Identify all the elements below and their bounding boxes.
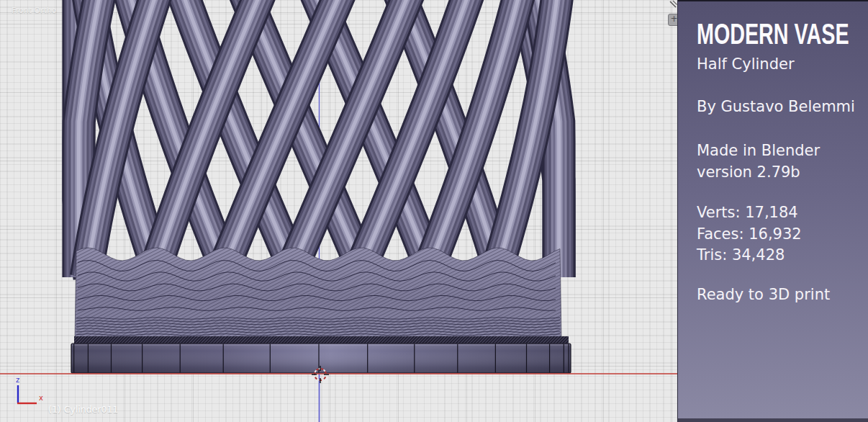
panel-bottom-strip [678, 418, 868, 422]
made-in-line2: version 2.79b [697, 161, 820, 183]
made-in-line1: Made in Blender [697, 140, 820, 161]
panel-subtitle: Half Cylinder [697, 55, 795, 73]
blender-screenshot: Front Ortho (1) Cylinder011 z x + MODERN… [0, 0, 868, 422]
gizmo-z-label: z [16, 376, 19, 384]
vase-3d-render [0, 0, 677, 422]
stat-verts: Verts: 17,184 [697, 202, 802, 224]
viewport-3d[interactable]: Front Ortho (1) Cylinder011 z x + [0, 0, 677, 422]
stat-tris: Tris: 34,428 [697, 245, 802, 266]
panel-made-in: Made in Blender version 2.79b [697, 140, 820, 183]
view-mode-label: Front Ortho [12, 6, 57, 15]
gizmo-x-label: x [39, 394, 43, 402]
info-panel: MODERN VASE Half Cylinder By Gustavo Bel… [677, 0, 868, 422]
panel-footer: Ready to 3D print [697, 286, 830, 303]
active-object-label: (1) Cylinder011 [48, 404, 118, 415]
stat-faces: Faces: 16,932 [697, 224, 802, 246]
panel-top-strip [678, 0, 868, 1]
panel-stats: Verts: 17,184 Faces: 16,932 Tris: 34,428 [697, 202, 802, 266]
panel-title: MODERN VASE [697, 17, 849, 51]
panel-author: By Gustavo Belemmi [697, 98, 855, 115]
